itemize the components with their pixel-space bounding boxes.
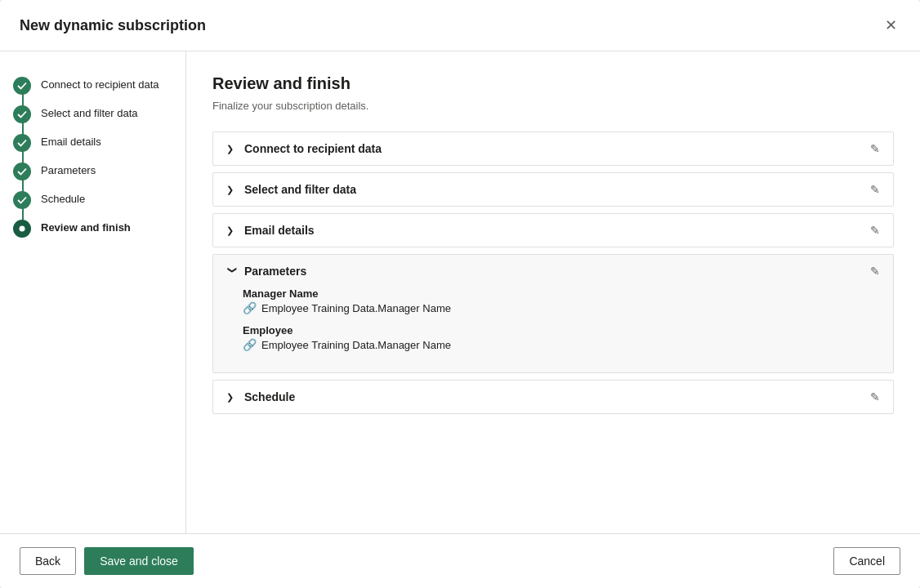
save-close-button[interactable]: Save and close [84, 547, 194, 575]
param-employee-value: 🔗 Employee Training Data.Manager Name [243, 338, 880, 351]
edit-select-icon[interactable]: ✎ [870, 183, 880, 196]
accordion-connect-left: ❯ Connect to recipient data [226, 142, 382, 155]
step-circle-3 [13, 134, 31, 152]
cancel-button[interactable]: Cancel [833, 547, 900, 575]
step-label-email: Email details [41, 133, 101, 149]
accordion-connect-label: Connect to recipient data [244, 142, 382, 155]
step-label-connect: Connect to recipient data [41, 76, 159, 92]
step-circle-5 [13, 191, 31, 209]
sidebar-item-schedule[interactable]: Schedule [0, 185, 185, 214]
accordion-select-header[interactable]: ❯ Select and filter data ✎ [213, 173, 893, 206]
sidebar-item-parameters[interactable]: Parameters [0, 157, 185, 185]
sidebar-item-connect[interactable]: Connect to recipient data [0, 71, 185, 100]
page-subtitle: Finalize your subscription details. [212, 100, 894, 112]
modal-footer: Back Save and close Cancel [0, 533, 920, 588]
accordion-connect: ❯ Connect to recipient data ✎ [212, 131, 894, 166]
step-label-parameters: Parameters [41, 162, 96, 178]
step-circle-1 [13, 77, 31, 95]
back-button[interactable]: Back [20, 547, 76, 575]
step-circle-4 [13, 163, 31, 180]
chevron-down-icon: ❯ [227, 265, 238, 277]
modal: New dynamic subscription ✕ Connect to re… [0, 0, 920, 588]
step-circle-2 [13, 105, 31, 123]
step-circle-6 [13, 220, 31, 238]
param-group-manager: Manager Name 🔗 Employee Training Data.Ma… [243, 287, 880, 314]
svg-point-0 [20, 226, 25, 232]
page-title: Review and finish [212, 74, 894, 93]
accordion-select-label: Select and filter data [244, 183, 356, 196]
edit-schedule-icon[interactable]: ✎ [870, 390, 880, 403]
edit-parameters-icon[interactable]: ✎ [870, 265, 880, 278]
param-manager-value: 🔗 Employee Training Data.Manager Name [243, 301, 880, 314]
edit-email-icon[interactable]: ✎ [870, 224, 880, 237]
step-label-select: Select and filter data [41, 105, 138, 121]
param-employee-value-text: Employee Training Data.Manager Name [261, 339, 451, 351]
accordion-parameters-label: Parameters [244, 265, 306, 278]
accordion-parameters-left: ❯ Parameters [226, 265, 306, 278]
accordion-select-left: ❯ Select and filter data [226, 183, 356, 196]
modal-title: New dynamic subscription [20, 17, 206, 34]
accordion-select: ❯ Select and filter data ✎ [212, 172, 894, 207]
modal-body: Connect to recipient data Select and fil… [0, 51, 920, 533]
accordion-email-header[interactable]: ❯ Email details ✎ [213, 214, 893, 247]
param-group-employee: Employee 🔗 Employee Training Data.Manage… [243, 324, 880, 351]
accordion-email-label: Email details [244, 224, 315, 237]
accordion-parameters-header[interactable]: ❯ Parameters ✎ [213, 255, 893, 287]
param-manager-name: Manager Name [243, 287, 880, 300]
accordion-schedule: ❯ Schedule ✎ [212, 380, 894, 414]
close-icon: ✕ [885, 16, 897, 34]
link-icon-employee: 🔗 [243, 338, 257, 351]
link-icon-manager: 🔗 [243, 301, 257, 314]
modal-header: New dynamic subscription ✕ [0, 0, 920, 51]
footer-left-buttons: Back Save and close [20, 547, 194, 575]
edit-connect-icon[interactable]: ✎ [870, 142, 880, 155]
sidebar-item-email[interactable]: Email details [0, 128, 185, 157]
step-label-schedule: Schedule [41, 190, 85, 207]
chevron-right-icon-2: ❯ [226, 185, 238, 195]
step-label-review: Review and finish [41, 219, 131, 235]
param-employee-name: Employee [243, 324, 880, 336]
accordion-parameters-body: Manager Name 🔗 Employee Training Data.Ma… [213, 287, 893, 372]
sidebar: Connect to recipient data Select and fil… [0, 51, 186, 533]
accordion-schedule-label: Schedule [244, 390, 295, 403]
chevron-right-icon-3: ❯ [226, 225, 238, 236]
accordion-email-left: ❯ Email details [226, 224, 315, 237]
chevron-right-icon-5: ❯ [226, 392, 238, 403]
accordion-connect-header[interactable]: ❯ Connect to recipient data ✎ [213, 132, 893, 165]
chevron-right-icon: ❯ [226, 144, 238, 154]
sidebar-item-review[interactable]: Review and finish [0, 214, 185, 243]
accordion-email: ❯ Email details ✎ [212, 213, 894, 247]
param-manager-value-text: Employee Training Data.Manager Name [261, 302, 451, 314]
sidebar-item-select[interactable]: Select and filter data [0, 100, 185, 128]
main-content: Review and finish Finalize your subscrip… [186, 51, 920, 533]
accordion-schedule-left: ❯ Schedule [226, 390, 295, 403]
accordion-schedule-header[interactable]: ❯ Schedule ✎ [213, 381, 893, 413]
accordion-parameters: ❯ Parameters ✎ Manager Name 🔗 Employee T… [212, 254, 894, 373]
close-button[interactable]: ✕ [882, 13, 900, 38]
